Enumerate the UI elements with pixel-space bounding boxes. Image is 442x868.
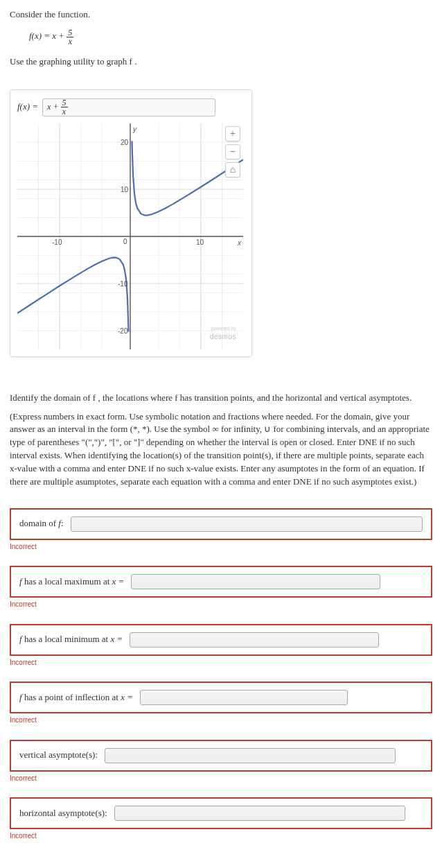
domain-feedback: Incorrect xyxy=(10,542,432,553)
plot-area[interactable]: y x 20 10 0 -10 -20 -10 10 + − ⌂ powered… xyxy=(17,123,243,349)
vasymptote-feedback: Incorrect xyxy=(10,774,432,784)
localmin-feedback: Incorrect xyxy=(10,658,432,668)
svg-text:0: 0 xyxy=(123,238,127,245)
consider-text: Consider the function. xyxy=(10,8,432,21)
localmax-input[interactable] xyxy=(131,574,380,589)
localmax-feedback: Incorrect xyxy=(10,600,432,610)
localmin-input[interactable] xyxy=(130,632,379,648)
instruction-identify: Identify the domain of f , the locations… xyxy=(10,392,432,405)
function-formula: f(x) = x + 5x xyxy=(29,28,432,46)
vasymptote-answer-box: vertical asymptote(s): xyxy=(10,740,432,772)
svg-text:-10: -10 xyxy=(52,238,62,246)
domain-label: domain of f: xyxy=(19,517,64,530)
zoom-out-button[interactable]: − xyxy=(225,144,240,159)
localmax-label: f has a local maximum at x = xyxy=(19,575,124,589)
use-graphing-text: Use the graphing utility to graph f . xyxy=(10,55,432,69)
inflection-feedback: Incorrect xyxy=(10,715,432,726)
svg-text:-10: -10 xyxy=(118,280,128,288)
vasymptote-label: vertical asymptote(s): xyxy=(19,749,98,762)
localmax-answer-box: f has a local maximum at x = xyxy=(10,566,432,598)
inflection-answer-box: f has a point of inflection at x = xyxy=(10,682,432,713)
domain-input[interactable] xyxy=(71,517,423,532)
hasymptote-feedback: Incorrect xyxy=(10,831,432,842)
localmin-answer-box: f has a local minimum at x = xyxy=(10,624,432,656)
plot-svg: y x 20 10 0 -10 -20 -10 10 xyxy=(17,123,243,349)
svg-text:y: y xyxy=(132,125,137,133)
svg-text:-20: -20 xyxy=(118,327,128,335)
graphing-utility: f(x) = x + 5x xyxy=(10,89,252,357)
desmos-attribution: powered by desmos xyxy=(210,325,236,342)
svg-text:x: x xyxy=(237,239,242,247)
svg-text:10: 10 xyxy=(196,238,204,246)
vasymptote-input[interactable] xyxy=(105,748,396,763)
localmin-label: f has a local minimum at x = xyxy=(19,633,123,646)
inflection-label: f has a point of inflection at x = xyxy=(19,691,133,704)
hasymptote-label: horizontal asymptote(s): xyxy=(19,807,107,820)
zoom-in-button[interactable]: + xyxy=(225,126,240,141)
svg-text:10: 10 xyxy=(121,186,129,193)
svg-text:20: 20 xyxy=(121,139,129,146)
inflection-input[interactable] xyxy=(140,690,348,705)
graph-func-label: f(x) = xyxy=(17,101,38,114)
hasymptote-answer-box: horizontal asymptote(s): xyxy=(10,797,432,829)
intro-block: Consider the function. f(x) = x + 5x Use… xyxy=(10,8,432,69)
instructions-block: Identify the domain of f , the locations… xyxy=(10,392,432,489)
home-button[interactable]: ⌂ xyxy=(225,162,240,177)
instruction-detail: (Express numbers in exact form. Use symb… xyxy=(10,410,432,489)
hasymptote-input[interactable] xyxy=(114,806,405,821)
graph-func-input[interactable]: x + 5x xyxy=(42,98,215,116)
domain-answer-box: domain of f: xyxy=(10,508,432,540)
